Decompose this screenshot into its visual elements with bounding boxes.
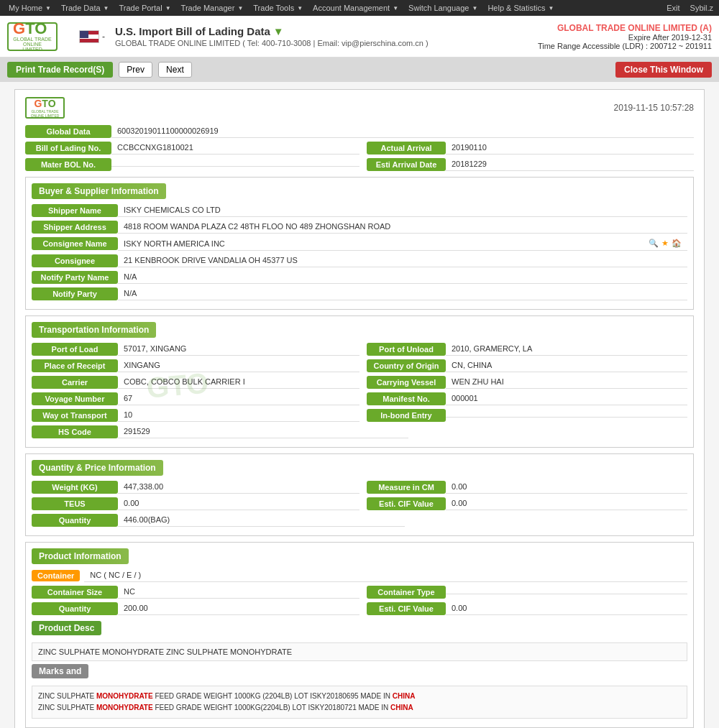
- trademanager-caret-icon: ▼: [237, 5, 243, 11]
- measure-cm-value: 0.00: [446, 480, 687, 494]
- carrier-value: COBC, COBCO BULK CARRIER I: [118, 375, 360, 389]
- bol-row: Bill of Lading No. CCBCCNXG1810021 Actua…: [25, 141, 694, 155]
- port-of-load-label: Port of Load: [32, 343, 118, 356]
- close-button-top[interactable]: Close This Window: [615, 62, 712, 78]
- bol-label: Bill of Lading No.: [25, 142, 111, 155]
- header-right: GLOBAL TRADE ONLINE LIMITED (A) Expire A…: [538, 23, 712, 50]
- marks-content: ZINC SULPHATE MONOHYDRATE FEED GRADE WEI…: [32, 686, 687, 719]
- helpstats-caret-icon: ▼: [548, 5, 554, 11]
- notify-party-name-label: Notify Party Name: [32, 271, 118, 284]
- consignee-search-icon[interactable]: 🔍: [649, 239, 659, 248]
- transportation-section: Transportation Information Port of Load …: [25, 315, 694, 448]
- product-desc-label: Product Desc: [32, 621, 101, 635]
- weight-value: 447,338.00: [118, 480, 360, 494]
- myhome-caret-icon: ▼: [45, 5, 51, 11]
- flag-area: -: [79, 30, 108, 43]
- nav-accountmgmt[interactable]: Account Management ▼: [308, 0, 404, 16]
- container-row: Container NC ( NC / E / ): [32, 568, 687, 582]
- shipper-addr-value: 4818 ROOM WANDA PLAZA C2 48TH FLOO NO 48…: [118, 220, 687, 234]
- card-logo: GTO GLOBAL TRADEONLINE LIMITED: [25, 97, 65, 119]
- nav-switchlang[interactable]: Switch Language ▼: [404, 0, 483, 16]
- hs-code-row: HS Code 291529: [32, 425, 687, 438]
- container-size-row: Container Size NC Container Type: [32, 585, 687, 599]
- shipper-name-value: ISKY CHEMICALS CO LTD: [118, 203, 687, 217]
- quantity-value: 446.00(BAG): [118, 513, 405, 527]
- consignee-home-icon[interactable]: 🏠: [672, 239, 682, 248]
- expire-label: Expire After 2019-12-31: [538, 33, 712, 42]
- consignee-row: Consignee 21 KENBROOK DRIVE VANDALIA OH …: [32, 254, 687, 267]
- nav-tradeportal[interactable]: Trade Portal ▼: [115, 0, 177, 16]
- carrying-vessel-label: Carrying Vessel: [367, 376, 446, 389]
- product-quantity-label: Quantity: [32, 602, 118, 615]
- product-section: Product Information Container NC ( NC / …: [25, 542, 694, 728]
- container-value: NC ( NC / E / ): [84, 568, 687, 582]
- country-of-origin-value: CN, CHINA: [446, 359, 687, 372]
- top-navigation: My Home ▼ Trade Data ▼ Trade Portal ▼ Tr…: [0, 0, 719, 16]
- voyage-row: Voyage Number 67 Manifest No. 000001: [32, 392, 687, 405]
- place-of-receipt-value: XINGANG: [118, 359, 360, 372]
- product-desc-value: ZINC SULPHATE MONOHYDRATE ZINC SULPHATE …: [32, 642, 687, 661]
- product-desc-header: Product Desc: [32, 621, 687, 640]
- product-esti-cif-value: 0.00: [446, 602, 687, 615]
- container-type-value: [446, 589, 687, 594]
- quantity-row: Quantity 446.00(BAG): [32, 513, 687, 527]
- shipper-name-row: Shipper Name ISKY CHEMICALS CO LTD: [32, 203, 687, 217]
- marks-highlight1: MONOHYDRATE: [96, 692, 153, 700]
- nav-helpstats[interactable]: Help & Statistics ▼: [483, 0, 559, 16]
- consignee-value: 21 KENBROOK DRIVE VANDALIA OH 45377 US: [118, 254, 687, 267]
- consignee-star-icon[interactable]: ★: [661, 239, 669, 248]
- nav-tradetools[interactable]: Trade Tools ▼: [249, 0, 308, 16]
- nav-trademanager[interactable]: Trade Manager ▼: [177, 0, 249, 16]
- tradedata-caret-icon: ▼: [104, 5, 109, 11]
- teus-row: TEUS 0.00 Esti. CIF Value 0.00: [32, 497, 687, 510]
- toolbar-top: Print Trade Record(S) Prev Next Close Th…: [0, 57, 719, 82]
- notify-party-name-value: N/A: [118, 270, 687, 284]
- esti-cif-label: Esti. CIF Value: [367, 497, 446, 510]
- nav-exit[interactable]: Exit: [662, 0, 685, 16]
- buyer-supplier-header: Buyer & Supplier Information: [32, 183, 166, 199]
- tradeportal-caret-icon: ▼: [165, 5, 171, 11]
- logo-area: GTO GLOBAL TRADEONLINE LIMITED: [7, 22, 58, 51]
- in-bond-entry-value: [446, 413, 687, 418]
- master-bol-row: Mater BOL No. Esti Arrival Date 20181229: [25, 157, 694, 171]
- switchlang-caret-icon: ▼: [472, 5, 477, 11]
- consignee-name-label: Consignee Name: [32, 237, 118, 250]
- carrier-row: Carrier COBC, COBCO BULK CARRIER I Carry…: [32, 375, 687, 389]
- prev-button-top[interactable]: Prev: [119, 62, 152, 78]
- quantity-label: Quantity: [32, 514, 118, 527]
- manifest-no-label: Manifest No.: [367, 392, 446, 405]
- marks-country2: CHINA: [390, 704, 413, 711]
- global-data-value: 60032019011100000026919: [111, 124, 694, 138]
- marks-country1: CHINA: [393, 692, 416, 700]
- container-size-value: NC: [118, 585, 360, 599]
- buyer-supplier-section: Buyer & Supplier Information Shipper Nam…: [25, 177, 694, 310]
- global-data-label: Global Data: [25, 125, 111, 138]
- container-size-label: Container Size: [32, 586, 118, 599]
- marks-line2: ZINC SULPHATE MONOHYDRATE FEED GRADE WEI…: [38, 702, 681, 714]
- tradetools-caret-icon: ▼: [297, 5, 303, 11]
- nav-tradedata[interactable]: Trade Data ▼: [57, 0, 115, 16]
- transportation-header: Transportation Information: [32, 322, 156, 338]
- port-load-row: Port of Load 57017, XINGANG Port of Unlo…: [32, 342, 687, 356]
- teus-value: 0.00: [118, 497, 360, 510]
- shipper-name-label: Shipper Name: [32, 204, 118, 217]
- print-button-top[interactable]: Print Trade Record(S): [7, 62, 113, 78]
- place-of-receipt-label: Place of Receipt: [32, 359, 118, 372]
- title-caret-icon: ▼: [273, 25, 284, 37]
- esti-cif-value: 0.00: [446, 497, 687, 510]
- container-type-label: Container Type: [367, 586, 446, 599]
- marks-label: Marks and: [32, 664, 88, 678]
- place-receipt-row: Place of Receipt XINGANG Country of Orig…: [32, 359, 687, 372]
- carrier-label: Carrier: [32, 376, 118, 389]
- product-quantity-value: 200.00: [118, 602, 360, 615]
- voyage-number-label: Voyage Number: [32, 392, 118, 405]
- shipper-addr-row: Shipper Address 4818 ROOM WANDA PLAZA C2…: [32, 220, 687, 234]
- consignee-name-row: Consignee Name ISKY NORTH AMERICA INC 🔍 …: [32, 236, 687, 251]
- port-of-load-value: 57017, XINGANG: [118, 342, 360, 356]
- page-title: U.S. Import Bill of Lading Data: [115, 25, 270, 37]
- master-bol-value: [111, 162, 360, 167]
- nav-myhome[interactable]: My Home ▼: [4, 0, 57, 16]
- logo-subtext: GLOBAL TRADEONLINE LIMITED: [13, 37, 52, 52]
- user-label: Sybil.z: [690, 4, 713, 12]
- next-button-top[interactable]: Next: [158, 62, 192, 78]
